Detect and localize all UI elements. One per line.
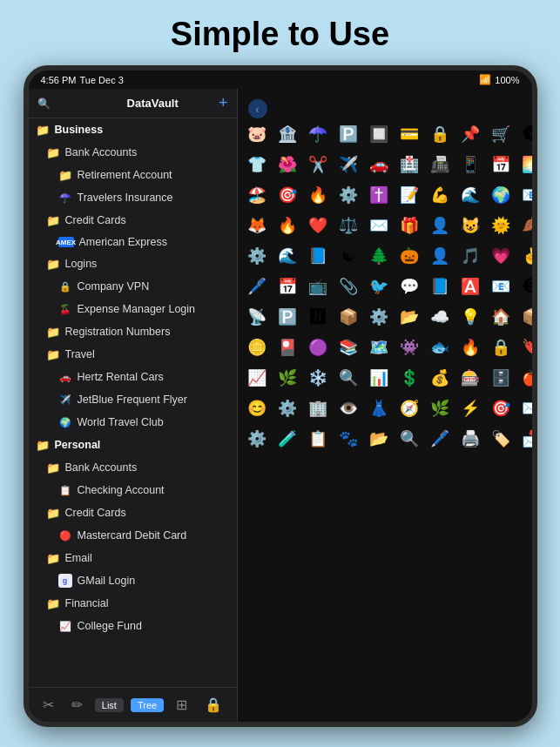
icon-cell-11[interactable]: 🌺 — [273, 151, 301, 178]
icon-cell-62[interactable]: 🅽 — [304, 303, 332, 331]
icon-cell-81[interactable]: 🌿 — [273, 364, 301, 392]
icon-cell-61[interactable]: 🅿️ — [273, 303, 301, 331]
edit-button[interactable]: ✏ — [66, 695, 88, 715]
icon-cell-34[interactable]: ✉️ — [365, 212, 393, 239]
sidebar-item-bus-reg[interactable]: 📁Registration Numbers — [29, 320, 237, 343]
icon-cell-85[interactable]: 💲 — [395, 364, 423, 392]
sidebar-item-business[interactable]: 📁Business — [29, 118, 237, 141]
icon-cell-35[interactable]: 🎁 — [395, 212, 423, 239]
icon-cell-0[interactable]: 🐷 — [243, 120, 271, 148]
icon-cell-4[interactable]: 🔲 — [365, 120, 393, 148]
search-icon[interactable]: 🔍 — [37, 98, 95, 110]
sidebar-item-per-email[interactable]: 📁Email — [29, 547, 237, 569]
icon-cell-72[interactable]: 🟣 — [304, 333, 332, 361]
icon-cell-69[interactable]: 📦 — [517, 303, 532, 331]
icon-cell-76[interactable]: 🐟 — [426, 333, 454, 361]
icon-cell-108[interactable]: 🏷️ — [487, 425, 515, 453]
icon-cell-74[interactable]: 🗺️ — [365, 333, 393, 361]
icon-cell-94[interactable]: 👗 — [365, 394, 393, 422]
icon-cell-6[interactable]: 🔒 — [426, 120, 454, 148]
sidebar-item-bus-amex[interactable]: AMEXAmerican Express — [29, 232, 237, 252]
icon-cell-27[interactable]: 🌊 — [456, 181, 484, 209]
icon-cell-70[interactable]: 🪙 — [243, 333, 271, 361]
icon-cell-37[interactable]: 😺 — [456, 212, 484, 239]
icon-cell-67[interactable]: 💡 — [456, 303, 484, 331]
icon-cell-55[interactable]: 💬 — [395, 273, 423, 300]
icon-cell-29[interactable]: 📧 — [517, 181, 532, 209]
icon-cell-40[interactable]: ⚙️ — [243, 242, 271, 270]
icon-cell-53[interactable]: 📎 — [334, 273, 362, 300]
icon-cell-21[interactable]: 🎯 — [273, 181, 301, 209]
icon-cell-59[interactable]: 🅢 — [517, 273, 532, 300]
lock-button[interactable]: 🔒 — [199, 695, 227, 715]
grid-button[interactable]: ⊞ — [171, 695, 192, 715]
icon-cell-92[interactable]: 🏢 — [304, 394, 332, 422]
icon-cell-80[interactable]: 📈 — [243, 364, 271, 392]
icon-cell-63[interactable]: 📦 — [334, 303, 362, 331]
icon-cell-20[interactable]: 🏖️ — [243, 181, 271, 209]
sidebar-item-bus-vpn[interactable]: 🔒Company VPN — [29, 275, 237, 298]
icon-cell-105[interactable]: 🔍 — [395, 425, 423, 453]
icon-cell-95[interactable]: 🧭 — [395, 394, 423, 422]
icon-cell-41[interactable]: 🌊 — [273, 242, 301, 270]
icon-cell-17[interactable]: 📱 — [456, 151, 484, 178]
icon-cell-26[interactable]: 💪 — [426, 181, 454, 209]
icon-cell-99[interactable]: ✉️ — [517, 394, 532, 422]
icon-cell-25[interactable]: 📝 — [395, 181, 423, 209]
icon-cell-71[interactable]: 🎴 — [273, 333, 301, 361]
sidebar-item-per-gmail[interactable]: gGMail Login — [29, 569, 237, 592]
icon-cell-49[interactable]: ✌️ — [517, 242, 532, 270]
icon-cell-68[interactable]: 🏠 — [487, 303, 515, 331]
tree-view-button[interactable]: Tree — [131, 698, 164, 712]
icon-cell-15[interactable]: 🏥 — [395, 151, 423, 178]
icon-cell-8[interactable]: 🛒 — [487, 120, 515, 148]
sidebar-item-bus-logins[interactable]: 📁Logins — [29, 252, 237, 275]
icon-cell-51[interactable]: 📅 — [273, 273, 301, 300]
icon-cell-91[interactable]: ⚙️ — [273, 394, 301, 422]
list-view-button[interactable]: List — [95, 698, 124, 712]
icon-cell-86[interactable]: 💰 — [426, 364, 454, 392]
icon-cell-82[interactable]: ❄️ — [304, 364, 332, 392]
back-chevron[interactable]: ‹ — [248, 99, 267, 118]
icon-cell-48[interactable]: 💗 — [487, 242, 515, 270]
icon-cell-2[interactable]: ☂️ — [304, 120, 332, 148]
icon-cell-83[interactable]: 🔍 — [334, 364, 362, 392]
icon-cell-60[interactable]: 📡 — [243, 303, 271, 331]
icon-cell-89[interactable]: 🍎 — [517, 364, 532, 392]
sidebar-item-bus-expense[interactable]: 🍒Expense Manager Login — [29, 298, 237, 320]
icon-cell-79[interactable]: 🔖 — [517, 333, 532, 361]
icon-cell-46[interactable]: 👤 — [426, 242, 454, 270]
sidebar-item-personal[interactable]: 📁Personal — [29, 434, 237, 456]
icon-cell-64[interactable]: ⚙️ — [365, 303, 393, 331]
icon-cell-39[interactable]: 🍂 — [517, 212, 532, 239]
sidebar-item-per-fin[interactable]: 📁Financial — [29, 592, 237, 615]
icon-cell-73[interactable]: 📚 — [334, 333, 362, 361]
icon-cell-101[interactable]: 🧪 — [273, 425, 301, 453]
icon-cell-54[interactable]: 🐦 — [365, 273, 393, 300]
icon-cell-96[interactable]: 🌿 — [426, 394, 454, 422]
icon-cell-19[interactable]: 🌅 — [517, 151, 532, 178]
sidebar-item-bus-world[interactable]: 🌍World Travel Club — [29, 411, 237, 434]
icon-cell-57[interactable]: 🅰️ — [456, 273, 484, 300]
icon-cell-16[interactable]: 📠 — [426, 151, 454, 178]
sidebar-item-per-check[interactable]: 📋Checking Account — [29, 479, 237, 501]
icon-cell-103[interactable]: 🐾 — [334, 425, 362, 453]
icon-cell-3[interactable]: 🅿️ — [334, 120, 362, 148]
sidebar-item-bus-hertz[interactable]: 🚗Hertz Rental Cars — [29, 366, 237, 388]
icon-cell-47[interactable]: 🎵 — [456, 242, 484, 270]
sidebar-item-bus-travel2[interactable]: 📁Travel — [29, 343, 237, 366]
icon-cell-66[interactable]: ☁️ — [426, 303, 454, 331]
icon-cell-14[interactable]: 🚗 — [365, 151, 393, 178]
icon-cell-93[interactable]: 👁️ — [334, 394, 362, 422]
icon-cell-33[interactable]: ⚖️ — [334, 212, 362, 239]
icon-cell-31[interactable]: 🔥 — [273, 212, 301, 239]
icon-cell-84[interactable]: 📊 — [365, 364, 393, 392]
icon-cell-106[interactable]: 🖊️ — [426, 425, 454, 453]
icon-cell-9[interactable]: 🅨 — [517, 120, 532, 148]
icon-cell-28[interactable]: 🌍 — [487, 181, 515, 209]
icon-cell-75[interactable]: 👾 — [395, 333, 423, 361]
sidebar-item-bus-bank[interactable]: 📁Bank Accounts — [29, 141, 237, 164]
icon-cell-107[interactable]: 🖨️ — [456, 425, 484, 453]
icon-cell-50[interactable]: 🖊️ — [243, 273, 271, 300]
sidebar-item-bus-cc[interactable]: 📁Credit Cards — [29, 209, 237, 232]
